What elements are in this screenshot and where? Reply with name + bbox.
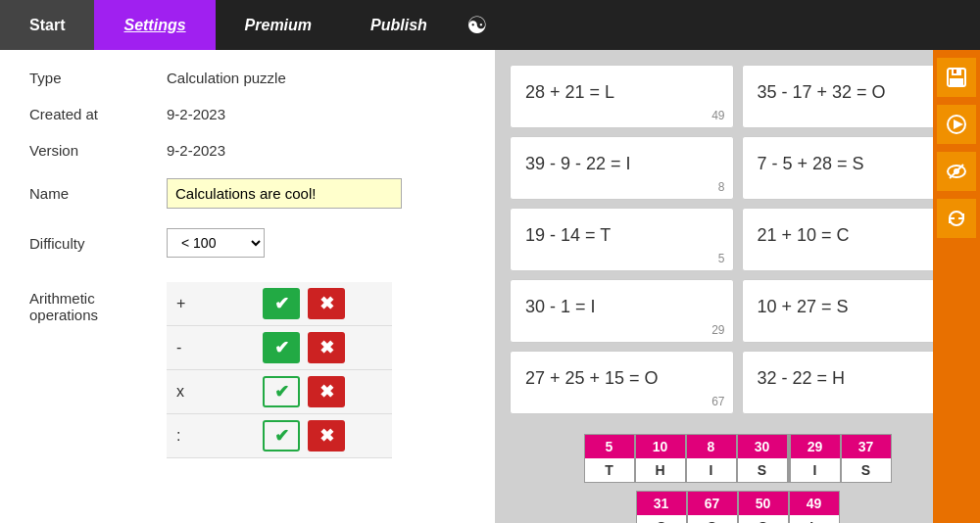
answer-cell-10-H: 10 H (635, 434, 686, 483)
answer-num-49: 49 (790, 492, 839, 515)
answer-letter-T: T (585, 458, 634, 482)
type-label: Type (29, 70, 167, 86)
puzzle-expr-0: 28 + 21 = L (525, 82, 614, 103)
version-label: Version (29, 142, 167, 159)
answer-num-50: 50 (739, 492, 788, 515)
answer-num-10: 10 (636, 435, 685, 458)
name-input[interactable] (167, 178, 402, 209)
plus-enable-button[interactable]: ✔ (263, 288, 300, 319)
divide-disable-button[interactable]: ✖ (308, 420, 345, 452)
answer-letter-S2: S (842, 458, 891, 482)
answer-cell-31-C: 31 C (636, 491, 687, 523)
puzzle-card-9: 32 - 22 = H 10 (742, 351, 966, 414)
svg-marker-5 (954, 119, 963, 129)
answer-cell-30-S: 30 S (737, 434, 788, 483)
top-nav: Start Settings Premium Publish ☯ (0, 0, 980, 50)
multiply-disable-button[interactable]: ✖ (308, 376, 345, 407)
play-button[interactable] (937, 105, 976, 144)
answer-cell-49-L: 49 L (789, 491, 840, 523)
nav-publish[interactable]: Publish (341, 0, 457, 50)
puzzle-number-4: 5 (718, 252, 725, 265)
svg-rect-2 (950, 78, 963, 85)
answer-area: 5 T 10 H 8 I 30 S 29 I (510, 434, 965, 523)
multiply-enable-button[interactable]: ✔ (263, 376, 300, 407)
answer-cell-67-O: 67 O (687, 491, 738, 523)
answer-letter-O2: O (739, 515, 788, 523)
divide-symbol: : (176, 427, 255, 445)
answer-letter-I: I (687, 458, 736, 482)
arithmetic-operations-section: Arithmetic operations + ✔ ✖ - ✔ ✖ x ✔ ✖ (29, 282, 466, 458)
refresh-button[interactable] (937, 199, 976, 238)
version-value: 9-2-2023 (167, 142, 225, 159)
puzzle-card-3: 7 - 5 + 28 = S (742, 136, 966, 200)
created-label: Created at (29, 106, 167, 122)
answer-cell-50-O: 50 O (738, 491, 789, 523)
puzzle-grid: 28 + 21 = L 49 35 - 17 + 32 = O 39 - 9 -… (510, 65, 965, 414)
arith-row-minus: - ✔ ✖ (167, 326, 392, 370)
main-content: Type Calculation puzzle Created at 9-2-2… (0, 50, 980, 523)
minus-disable-button[interactable]: ✖ (308, 332, 345, 363)
difficulty-select[interactable]: < 100 (167, 228, 265, 258)
puzzle-expr-8: 27 + 25 + 15 = O (525, 368, 659, 389)
answer-num-31: 31 (637, 492, 686, 515)
answer-num-8: 8 (687, 435, 736, 458)
difficulty-label: Difficulty (29, 235, 167, 252)
answer-num-67: 67 (688, 492, 737, 515)
type-row: Type Calculation puzzle (29, 70, 466, 86)
right-panel: 28 + 21 = L 49 35 - 17 + 32 = O 39 - 9 -… (495, 50, 980, 523)
puzzle-card-8: 27 + 25 + 15 = O 67 (510, 351, 734, 414)
puzzle-expr-2: 39 - 9 - 22 = I (525, 154, 631, 174)
eye-icon (946, 161, 967, 182)
created-value: 9-2-2023 (167, 106, 225, 122)
answer-letter-C: C (637, 515, 686, 523)
answer-cell-29-I: 29 I (788, 434, 841, 483)
divide-enable-button[interactable]: ✔ (263, 420, 300, 452)
puzzle-number-0: 49 (711, 109, 724, 122)
arith-ops-list: + ✔ ✖ - ✔ ✖ x ✔ ✖ : ✔ ✖ (167, 282, 392, 458)
created-row: Created at 9-2-2023 (29, 106, 466, 122)
answer-row-1: 5 T 10 H 8 I 30 S 29 I (584, 434, 892, 483)
answer-letter-I2: I (791, 458, 840, 482)
puzzle-card-1: 35 - 17 + 32 = O (742, 65, 966, 128)
puzzle-expr-4: 19 - 14 = T (525, 225, 611, 246)
answer-num-29: 29 (791, 435, 840, 458)
puzzle-expr-5: 21 + 10 = C (758, 225, 850, 246)
difficulty-row: Difficulty < 100 (29, 228, 466, 258)
nav-start[interactable]: Start (0, 0, 94, 50)
answer-row-2: 31 C 67 O 50 O 49 L (636, 491, 840, 523)
play-icon (946, 114, 967, 135)
answer-num-30: 30 (738, 435, 787, 458)
puzzle-number-2: 8 (718, 180, 725, 194)
puzzle-card-0: 28 + 21 = L 49 (510, 65, 734, 128)
minus-symbol: - (176, 339, 255, 357)
right-toolbar (933, 50, 980, 523)
save-icon (946, 67, 967, 88)
answer-num-5: 5 (585, 435, 634, 458)
svg-rect-3 (954, 70, 956, 73)
answer-num-37: 37 (842, 435, 891, 458)
version-row: Version 9-2-2023 (29, 142, 466, 159)
preview-button[interactable] (937, 152, 976, 191)
puzzle-card-7: 10 + 27 = S 37 (742, 279, 966, 343)
puzzle-card-2: 39 - 9 - 22 = I 8 (510, 136, 734, 200)
multiply-symbol: x (176, 383, 255, 401)
nav-settings[interactable]: Settings (94, 0, 215, 50)
arith-row-plus: + ✔ ✖ (167, 282, 392, 326)
plus-symbol: + (176, 295, 255, 312)
nav-premium[interactable]: Premium (216, 0, 341, 50)
refresh-icon (946, 208, 967, 229)
puzzle-card-5: 21 + 10 = C 31 (742, 208, 966, 271)
arith-row-multiply: x ✔ ✖ (167, 370, 392, 414)
type-value: Calculation puzzle (167, 70, 286, 86)
puzzle-expr-7: 10 + 27 = S (758, 297, 849, 317)
puzzle-expr-9: 32 - 22 = H (758, 368, 846, 389)
answer-cell-8-I: 8 I (686, 434, 737, 483)
answer-letter-H: H (636, 458, 685, 482)
minus-enable-button[interactable]: ✔ (263, 332, 300, 363)
name-label: Name (29, 185, 167, 202)
arith-row-divide: : ✔ ✖ (167, 414, 392, 458)
puzzle-number-6: 29 (711, 323, 724, 337)
save-button[interactable] (937, 58, 976, 97)
plus-disable-button[interactable]: ✖ (308, 288, 345, 319)
puzzle-expr-3: 7 - 5 + 28 = S (758, 154, 864, 174)
